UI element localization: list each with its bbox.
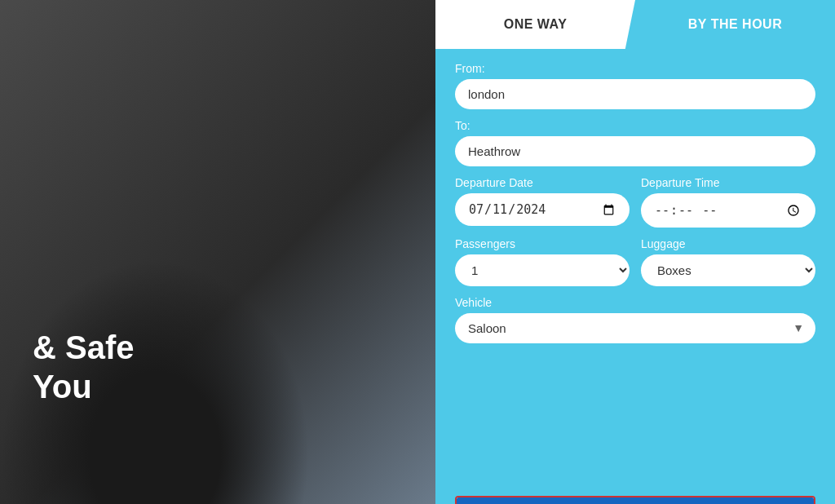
passengers-label: Passengers [455,237,630,250]
tab-by-the-hour[interactable]: BY THE HOUR [635,0,835,49]
hero-line2: You [33,367,135,406]
departure-date-col: Departure Date [455,176,630,228]
vehicle-option-saloon[interactable]: Saloon [457,497,814,504]
date-time-row: Departure Date Departure Time [455,176,815,228]
departure-date-input[interactable] [455,193,630,226]
passengers-wrapper: 1 2 3 4 5 6 7 8 [455,254,630,286]
luggage-wrapper: Boxes Small Medium Large [641,254,815,286]
luggage-select[interactable]: Boxes Small Medium Large [641,254,815,286]
luggage-col: Luggage Boxes Small Medium Large [641,237,815,286]
vehicle-dropdown-list: Saloon Estate MPV Executive 8 seater [455,496,815,504]
to-label: To: [455,119,815,132]
departure-time-input[interactable] [641,193,815,228]
tab-one-way[interactable]: ONE WAY [435,0,635,49]
vehicle-select-wrapper: Saloon Estate MPV Executive 8 seater ▼ [455,313,815,343]
vehicle-select[interactable]: Saloon Estate MPV Executive 8 seater [455,313,815,343]
hero-line1: & Safe [33,328,135,367]
passengers-col: Passengers 1 2 3 4 5 6 7 8 [455,237,630,286]
from-input[interactable] [455,79,815,109]
booking-panel: ONE WAY BY THE HOUR From: To: Departure … [435,0,835,504]
luggage-label: Luggage [641,237,815,250]
passengers-luggage-row: Passengers 1 2 3 4 5 6 7 8 Luggage [455,237,815,286]
from-label: From: [455,62,815,75]
to-input[interactable] [455,136,815,166]
departure-date-label: Departure Date [455,176,630,189]
vehicle-label: Vehicle [455,296,815,309]
vehicle-section: Vehicle Saloon Estate MPV Executive 8 se… [455,296,815,343]
hero-text: & Safe You [33,328,135,406]
departure-time-label: Departure Time [641,176,815,189]
departure-time-col: Departure Time [641,176,815,228]
tabs-container: ONE WAY BY THE HOUR [435,0,835,49]
passengers-select[interactable]: 1 2 3 4 5 6 7 8 [455,254,630,286]
booking-form: From: To: Departure Date Departure Time … [435,49,835,356]
